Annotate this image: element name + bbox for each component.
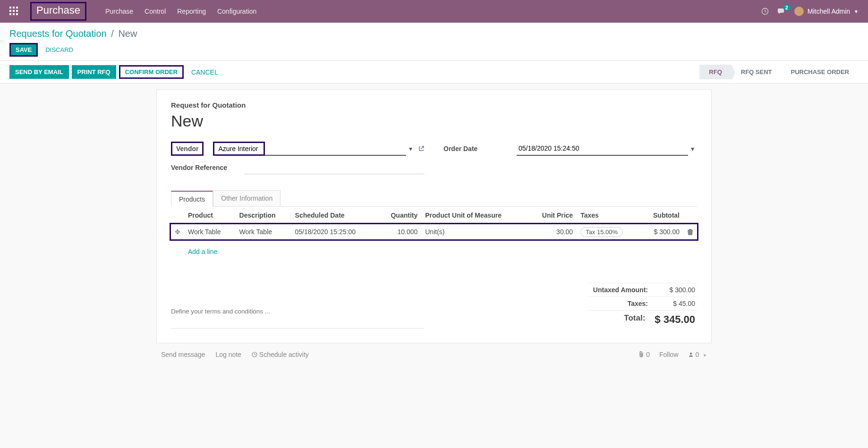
clock-icon[interactable] xyxy=(761,8,769,15)
user-name: Mitchell Admin xyxy=(808,8,850,15)
order-date-label: Order Date xyxy=(443,145,517,152)
col-description: Description xyxy=(236,207,291,224)
untaxed-label: Untaxed Amount: xyxy=(590,286,657,294)
breadcrumb-current: New xyxy=(118,28,137,39)
caret-down-icon: ▼ xyxy=(703,353,707,358)
attachments-count[interactable]: 0 xyxy=(638,351,650,358)
col-subtotal: Subtotal xyxy=(640,207,683,224)
vendor-ref-input[interactable] xyxy=(244,161,425,174)
cell-subtotal: $ 300.00 xyxy=(640,224,683,240)
tab-products[interactable]: Products xyxy=(171,191,213,207)
print-rfq-button[interactable]: PRINT RFQ xyxy=(72,65,116,79)
caret-down-icon: ▼ xyxy=(854,9,859,14)
terms-input[interactable] xyxy=(171,294,424,329)
table-row[interactable]: ✥ Work Table Work Table 05/18/2020 15:25… xyxy=(171,224,697,240)
cell-description[interactable]: Work Table xyxy=(236,224,291,240)
vendor-external-link-icon[interactable] xyxy=(418,145,425,152)
col-uom: Product Unit of Measure xyxy=(421,207,528,224)
col-taxes: Taxes xyxy=(577,207,640,224)
col-quantity: Quantity xyxy=(378,207,421,224)
send-email-button[interactable]: SEND BY EMAIL xyxy=(9,65,69,79)
vendor-ref-label: Vendor Reference xyxy=(171,164,244,171)
status-rfq[interactable]: RFQ xyxy=(699,65,731,79)
taxes-value: $ 45.00 xyxy=(657,300,695,307)
col-product: Product xyxy=(184,207,236,224)
untaxed-value: $ 300.00 xyxy=(657,286,695,294)
user-menu[interactable]: Mitchell Admin ▼ xyxy=(794,7,859,16)
cell-product[interactable]: Work Table xyxy=(184,224,236,240)
avatar-icon xyxy=(794,7,804,16)
total-label: Total: xyxy=(590,313,655,326)
confirm-order-button[interactable]: CONFIRM ORDER xyxy=(119,65,184,79)
taxes-label: Taxes: xyxy=(590,300,657,307)
nav-configuration[interactable]: Configuration xyxy=(217,8,256,15)
log-note-link[interactable]: Log note xyxy=(215,351,241,358)
tab-other-information[interactable]: Other Information xyxy=(213,190,281,206)
conversations-badge: 2 xyxy=(783,5,791,10)
nav-reporting[interactable]: Reporting xyxy=(177,8,206,15)
breadcrumb-parent[interactable]: Requests for Quotation xyxy=(9,28,107,39)
follow-button[interactable]: Follow xyxy=(659,351,678,358)
total-value: $ 345.00 xyxy=(655,313,695,326)
col-scheduled-date: Scheduled Date xyxy=(291,207,378,224)
schedule-activity-link[interactable]: Schedule activity xyxy=(252,351,309,358)
nav-control[interactable]: Control xyxy=(145,8,166,15)
breadcrumb: Requests for Quotation / New xyxy=(9,28,859,39)
apps-icon[interactable] xyxy=(9,7,19,16)
status-rfq-sent[interactable]: RFQ SENT xyxy=(732,65,782,79)
trash-icon[interactable] xyxy=(687,228,693,235)
cell-unit-price[interactable]: 30.00 xyxy=(528,224,577,240)
brand-title: Purchase xyxy=(30,2,86,21)
save-button[interactable]: SAVE xyxy=(9,43,38,57)
status-steps: RFQ RFQ SENT PURCHASE ORDER xyxy=(699,65,859,79)
doc-type-label: Request for Quotation xyxy=(171,101,697,109)
col-unit-price: Unit Price xyxy=(528,207,577,224)
vendor-label: Vendor xyxy=(171,142,204,156)
status-purchase-order[interactable]: PURCHASE ORDER xyxy=(781,65,859,79)
nav-purchase[interactable]: Purchase xyxy=(105,8,133,15)
drag-handle-icon[interactable]: ✥ xyxy=(175,228,180,236)
add-line-link[interactable]: Add a line xyxy=(188,243,228,260)
discard-button[interactable]: DISCARD xyxy=(45,46,73,53)
vendor-input[interactable] xyxy=(213,142,265,156)
send-message-link[interactable]: Send message xyxy=(161,351,205,358)
doc-name: New xyxy=(171,112,697,130)
cell-scheduled[interactable]: 05/18/2020 15:25:00 xyxy=(291,224,378,240)
svg-point-2 xyxy=(689,353,692,355)
conversations-icon[interactable]: 2 xyxy=(777,8,786,15)
cell-tax[interactable]: Tax 15.00% xyxy=(580,227,623,237)
followers-count[interactable]: 0 ▼ xyxy=(688,351,707,358)
order-date-input[interactable] xyxy=(517,142,688,156)
cell-quantity[interactable]: 10.000 xyxy=(378,224,421,240)
cell-uom[interactable]: Unit(s) xyxy=(421,224,528,240)
vendor-dropdown-icon[interactable]: ▾ xyxy=(406,145,415,152)
cancel-button[interactable]: CANCEL xyxy=(191,68,218,76)
order-date-dropdown-icon[interactable]: ▾ xyxy=(688,145,697,152)
